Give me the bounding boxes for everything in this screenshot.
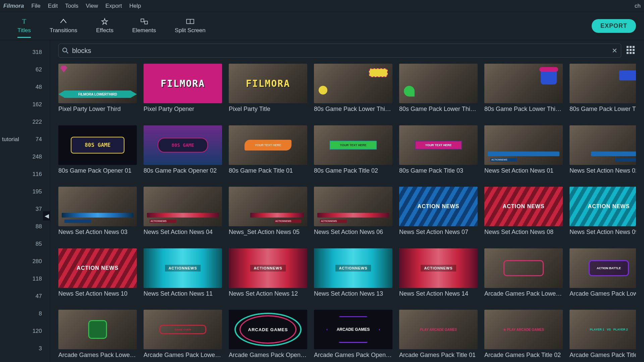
sidebar-item[interactable]: 162 bbox=[0, 96, 50, 113]
title-card[interactable]: ACTIONNEWSNews Set Action News 12 bbox=[229, 248, 307, 301]
title-thumbnail: PLAYER 1 VS PLAYER 2 bbox=[570, 310, 636, 349]
menu-help[interactable]: Help bbox=[129, 3, 141, 9]
title-card[interactable]: FILMORA LOWERTHIRDPixel Party Lower Thir… bbox=[58, 64, 137, 116]
sidebar-item[interactable]: 120 bbox=[0, 322, 50, 340]
title-card-label: Pixel Party Title bbox=[229, 106, 307, 113]
title-card[interactable]: YOUR TEXT HERE80s Game Pack Title 03 bbox=[399, 125, 478, 178]
sidebar-item-count: 85 bbox=[36, 241, 42, 247]
title-card[interactable]: ACTIONNEWSNews Set Action News 01 bbox=[484, 125, 563, 178]
title-card[interactable]: ACTION NEWSNews Set Action News 10 bbox=[58, 248, 137, 301]
sidebar-item[interactable]: 248 bbox=[0, 148, 50, 166]
title-card[interactable]: ACTIONNEWSNews Set Action News 13 bbox=[314, 248, 392, 301]
title-card[interactable]: 80s Game Pack Lower Third 03 bbox=[484, 64, 563, 116]
title-card[interactable]: ACTIONNEWSNews_Set Action News 05 bbox=[229, 187, 307, 239]
sidebar-item-count: 62 bbox=[36, 66, 42, 73]
sidebar-item[interactable]: 222 bbox=[0, 113, 50, 131]
title-thumbnail: ACTIONNEWS bbox=[229, 187, 307, 226]
menu-export[interactable]: Export bbox=[105, 3, 122, 9]
title-card[interactable]: 80s Game Pack Lower Third 01 bbox=[314, 64, 392, 116]
title-card-label: News Set Action News 11 bbox=[144, 290, 222, 297]
title-card[interactable]: 80s Game Pack Lower Third 02 bbox=[399, 64, 478, 116]
title-card-label: 80s Game Pack Lower Third 03 bbox=[484, 106, 563, 113]
sidebar-item[interactable]: 37 bbox=[0, 200, 50, 218]
title-card[interactable]: News Set Action News 02 bbox=[570, 125, 636, 178]
menu-view[interactable]: View bbox=[86, 3, 98, 9]
title-card[interactable]: ACTION BATTLEArcade Games Pack Lower Thi… bbox=[570, 248, 636, 301]
search-input[interactable] bbox=[72, 47, 608, 55]
title-card[interactable]: ACTION NEWSNews Set Action News 09 bbox=[570, 187, 636, 239]
menu-tools[interactable]: Tools bbox=[65, 3, 78, 9]
app-logo: Filmora bbox=[3, 3, 24, 9]
tab-elements[interactable]: Elements bbox=[123, 14, 165, 38]
title-card-label: 80s Game Pack Title 03 bbox=[399, 167, 478, 174]
tab-split-screen[interactable]: Split Screen bbox=[165, 14, 215, 38]
title-thumbnail: ACTIONNEWS bbox=[144, 187, 222, 226]
title-card[interactable]: Arcade Games Pack Lower Third 01 bbox=[484, 248, 563, 301]
sidebar-collapse-button[interactable]: ◀ bbox=[43, 211, 50, 221]
tab-titles[interactable]: T Titles bbox=[8, 14, 40, 38]
sidebar-item[interactable]: 62 bbox=[0, 61, 50, 78]
title-card[interactable]: PLAYER 1 VS PLAYER 2Arcade Games Pack Ti… bbox=[570, 310, 636, 362]
sidebar-item-label: tutorial bbox=[0, 136, 36, 143]
title-card[interactable]: FILMORAPixel Party Title bbox=[229, 64, 307, 116]
title-card[interactable]: 80S GAME80s Game Pack Opener 02 bbox=[144, 125, 222, 178]
sidebar-item[interactable]: 8 bbox=[0, 305, 50, 322]
sidebar-item[interactable]: 116 bbox=[0, 166, 50, 183]
export-button[interactable]: EXPORT bbox=[592, 19, 636, 33]
title-thumbnail bbox=[58, 310, 137, 349]
title-card-label: 80s Game Pack Title 02 bbox=[314, 167, 392, 174]
sidebar-item-count: 88 bbox=[36, 223, 42, 230]
sidebar-item[interactable]: 85 bbox=[0, 235, 50, 253]
title-card[interactable]: YOUR TEXT HERE80s Game Pack Title 02 bbox=[314, 125, 392, 178]
sidebar-item[interactable]: 47 bbox=[0, 288, 50, 305]
title-card[interactable]: ★ PLAY ARCADE GAMESArcade Games Pack Tit… bbox=[484, 310, 563, 362]
title-card[interactable]: ACTIONNEWSNews Set Action News 14 bbox=[399, 248, 478, 301]
title-card[interactable]: ACTION NEWSNews Set Action News 08 bbox=[484, 187, 563, 239]
title-card[interactable]: YOUR TEXT HERE80s Game Pack Title 01 bbox=[229, 125, 307, 178]
title-card-label: 80s Game Pack Lower Third 04 bbox=[570, 106, 636, 113]
sidebar-item[interactable]: 318 bbox=[0, 44, 50, 61]
title-card-label: Arcade Games Pack Lower Third 03 bbox=[58, 352, 137, 359]
sidebar-item-count: 318 bbox=[33, 49, 42, 56]
sidebar-item[interactable]: tutorial74 bbox=[0, 131, 50, 148]
title-thumbnail: YOUR TEXT HERE bbox=[314, 125, 392, 165]
sidebar-item-count: 118 bbox=[33, 276, 42, 282]
title-card[interactable]: PLAY ARCADE GAMESArcade Games Pack Title… bbox=[399, 310, 478, 362]
title-thumbnail: ACTION NEWS bbox=[399, 187, 478, 226]
title-thumbnail: ACTIONNEWS bbox=[229, 248, 307, 288]
title-card[interactable]: ACTION NEWSNews Set Action News 07 bbox=[399, 187, 478, 239]
title-card[interactable]: GAME OVERArcade Games Pack Lower Third 0… bbox=[144, 310, 222, 362]
title-card-label: Pixel Party Lower Third bbox=[58, 106, 137, 113]
title-card[interactable]: FILMORAPixel Party Opener bbox=[144, 64, 222, 116]
tab-effects[interactable]: Effects bbox=[87, 14, 123, 38]
svg-rect-2 bbox=[145, 21, 148, 24]
sidebar-item[interactable]: 88 bbox=[0, 218, 50, 235]
sidebar-item[interactable]: 195 bbox=[0, 183, 50, 200]
title-card[interactable]: News Set Action News 03 bbox=[58, 187, 137, 239]
title-card[interactable]: ARCADE GAMESArcade Games Pack Opener 01 bbox=[229, 310, 307, 362]
tab-transitions[interactable]: Transitions bbox=[40, 14, 87, 38]
sidebar-item[interactable]: 118 bbox=[0, 270, 50, 288]
sidebar-item[interactable]: 280 bbox=[0, 253, 50, 270]
title-thumbnail: ACTION BATTLE bbox=[570, 248, 636, 288]
sidebar-item[interactable]: 48 bbox=[0, 78, 50, 96]
title-thumbnail bbox=[484, 64, 563, 103]
clear-search-icon[interactable]: ✕ bbox=[612, 47, 618, 55]
title-card-label: News Set Action News 10 bbox=[58, 290, 137, 297]
title-card[interactable]: ACTIONNEWSNews Set Action News 11 bbox=[144, 248, 222, 301]
sidebar-item[interactable]: 3 bbox=[0, 340, 50, 357]
search-box[interactable]: ✕ bbox=[58, 44, 621, 58]
menu-edit[interactable]: Edit bbox=[48, 3, 58, 9]
effects-icon bbox=[100, 18, 109, 25]
title-card-label: 80s Game Pack Lower Third 01 bbox=[314, 106, 392, 113]
title-card[interactable]: 80s Game Pack Lower Third 04 bbox=[570, 64, 636, 116]
title-card[interactable]: ARCADE GAMESArcade Games Pack Opener 02 bbox=[314, 310, 392, 362]
titles-icon: T bbox=[20, 18, 29, 25]
title-card[interactable]: 80S GAME80s Game Pack Opener 01 bbox=[58, 125, 137, 178]
title-card[interactable]: ACTIONNEWSNews Set Action News 06 bbox=[314, 187, 392, 239]
menu-file[interactable]: File bbox=[31, 3, 40, 9]
title-card[interactable]: Arcade Games Pack Lower Third 03 bbox=[58, 310, 137, 362]
grid-size-toggle[interactable] bbox=[627, 46, 636, 55]
title-card-label: News Set Action News 04 bbox=[144, 229, 222, 236]
title-card[interactable]: ACTIONNEWSNews Set Action News 04 bbox=[144, 187, 222, 239]
